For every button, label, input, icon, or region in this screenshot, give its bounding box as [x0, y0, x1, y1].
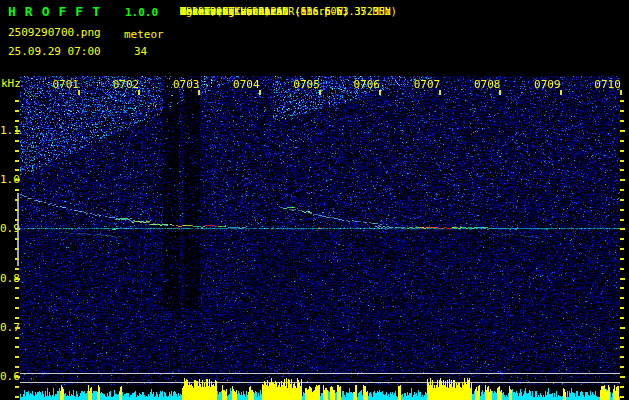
- freq-tick: [15, 189, 19, 191]
- freq-tick: [15, 268, 19, 270]
- freq-tick: [15, 287, 19, 289]
- hrofft-window: HROFFT 1.0.0 2509290700.png meteor 25.09…: [0, 0, 629, 400]
- time-label: 0705: [290, 79, 320, 90]
- freq-tick: [15, 386, 19, 388]
- freq-tick: [620, 120, 624, 122]
- filename-label: 2509290700.png: [8, 26, 101, 39]
- freq-tick: [620, 356, 624, 358]
- freq-tick: [620, 297, 624, 299]
- freq-tick: [620, 268, 624, 270]
- app-title: HROFFT: [8, 4, 109, 19]
- time-label: 0707: [410, 79, 440, 90]
- freq-tick: [15, 160, 19, 162]
- freq-tick: [620, 248, 624, 250]
- freq-tick: [620, 376, 625, 378]
- freq-tick: [620, 160, 624, 162]
- freq-tick: [620, 150, 624, 152]
- time-label: 0706: [350, 79, 380, 90]
- freq-tick: [620, 366, 624, 368]
- freq-tick: [15, 396, 19, 398]
- freq-tick: [620, 278, 625, 280]
- time-label: 0704: [230, 79, 260, 90]
- mode-label: meteor: [124, 28, 164, 41]
- freq-tick: [620, 346, 624, 348]
- freq-tick: [620, 307, 624, 309]
- freq-tick: [15, 366, 19, 368]
- freq-tick: [620, 189, 624, 191]
- datetime-label: 25.09.29 07:00: [8, 45, 101, 58]
- freq-tick: [15, 346, 19, 348]
- freq-tick: [620, 258, 624, 260]
- freq-tick: [620, 219, 624, 221]
- freq-label: 1.0: [0, 174, 14, 185]
- freq-tick: [15, 337, 19, 339]
- freq-tick: [620, 327, 625, 329]
- freq-tick: [620, 238, 624, 240]
- freq-label: 0.9: [0, 223, 14, 234]
- time-label: 0701: [49, 79, 79, 90]
- freq-tick: [15, 140, 19, 142]
- freq-label: 1.1: [0, 125, 14, 136]
- freq-tick: [15, 120, 19, 122]
- freq-tick: [15, 100, 19, 102]
- freq-tick: [15, 356, 19, 358]
- freq-tick: [620, 317, 624, 319]
- freq-tick: [620, 100, 624, 102]
- time-label: 0710: [591, 79, 621, 90]
- freq-tick: [15, 278, 20, 280]
- freq-tick: [620, 337, 624, 339]
- freq-tick: [15, 110, 19, 112]
- freq-tick: [620, 396, 624, 398]
- freq-tick: [15, 150, 19, 152]
- freq-tick: [15, 169, 19, 171]
- freq-tick: [15, 376, 20, 378]
- freq-tick: [15, 130, 20, 132]
- freq-tick: [620, 287, 624, 289]
- freq-tick: [620, 209, 624, 211]
- freq-tick: [620, 386, 624, 388]
- detection-band-marker: [17, 193, 19, 266]
- time-label: 0703: [169, 79, 199, 90]
- spectrogram-canvas: [20, 76, 620, 400]
- freq-tick: [620, 140, 624, 142]
- khz-unit-label: kHz: [1, 77, 21, 90]
- freq-tick: [620, 228, 625, 230]
- freq-tick: [15, 307, 19, 309]
- meteor-count: 34: [134, 45, 147, 58]
- freq-tick: [620, 110, 624, 112]
- freq-tick: [15, 297, 19, 299]
- time-label: 0702: [109, 79, 139, 90]
- time-label: 0709: [531, 79, 561, 90]
- time-label: 0708: [470, 79, 500, 90]
- freq-tick: [15, 327, 20, 329]
- freq-tick: [15, 317, 19, 319]
- freq-tick: [620, 130, 625, 132]
- freq-tick: [620, 199, 624, 201]
- app-version: 1.0.0: [125, 6, 158, 19]
- freq-label: 0.7: [0, 322, 14, 333]
- freq-tick: [620, 169, 624, 171]
- freq-label: 0.6: [0, 371, 14, 382]
- freq-tick: [620, 179, 625, 181]
- freq-label: 0.8: [0, 273, 14, 284]
- freq-tick: [15, 179, 20, 181]
